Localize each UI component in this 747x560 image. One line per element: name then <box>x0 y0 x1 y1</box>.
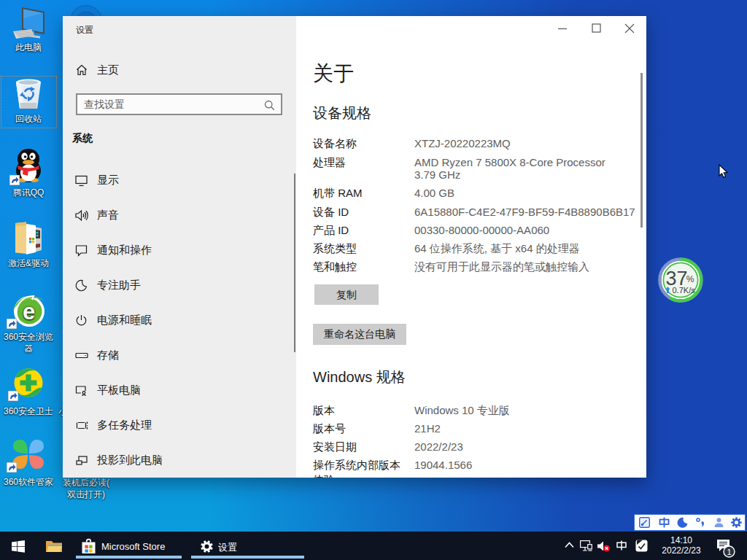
svg-text:e: e <box>23 299 35 324</box>
svg-text:%: % <box>686 274 694 284</box>
svg-text:0.7K/s: 0.7K/s <box>673 286 696 295</box>
svg-text:1: 1 <box>727 548 731 556</box>
